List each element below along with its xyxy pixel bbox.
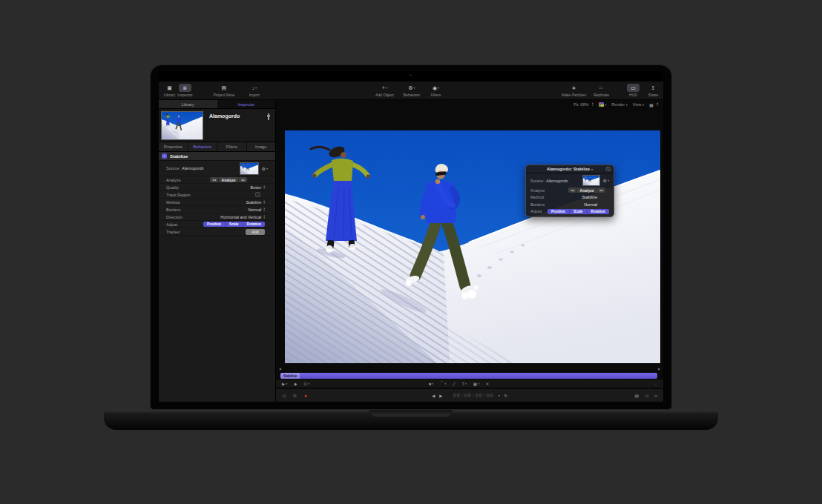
adjust-scale-segment[interactable]: Scale [226,222,243,227]
previous-frame-button[interactable]: ◀ [432,394,435,398]
adjust-position-segment[interactable]: Position [203,222,226,227]
library-button[interactable]: ▣ Library [163,84,176,97]
tab-properties[interactable]: Properties [159,142,188,151]
resize-handle[interactable]: ⋱ [654,382,657,386]
stepper-icon: ▴▾ [263,215,265,219]
snapshot-button[interactable]: ⊙ [293,393,297,398]
tracker-add-button[interactable]: Add [246,229,265,235]
mute-button[interactable]: ◁ [282,393,286,398]
borders-popup[interactable]: Normal▴▾ [249,208,266,212]
hud-method-value[interactable]: Stabilize [582,195,597,199]
view-menu[interactable]: View▾ [633,102,644,107]
source-options[interactable]: ⚙ ▾ [262,166,268,171]
adjust-scale-segment[interactable]: Scale [570,209,588,214]
rectangle-tool[interactable]: ■▾ [429,382,433,386]
timecode-display[interactable]: 00:00:00:00 [453,392,493,399]
stabilize-enabled-checkbox[interactable]: ✓ [162,153,167,159]
inspector-button[interactable]: ≣ Inspector [177,84,193,97]
bezier-tool[interactable]: ⌒▾ [440,381,446,386]
direction-popup[interactable]: Horizontal and Vertical▴▾ [220,215,265,219]
adjust-rotation-segment[interactable]: Rotation [243,222,265,227]
line-tool[interactable]: ╱ [453,382,455,386]
tab-inspector[interactable]: Inspector [217,100,276,108]
hud-method-label: Method [530,195,582,199]
desktop-background: ▣ Library ≣ Inspector ▤ Project Pane ↓▾ … [0,0,822,504]
behaviors-button[interactable]: ⚙▾ Behaviors [404,84,420,97]
analyze-button[interactable]: Analyze [218,177,240,182]
sidebar: Library Inspector Alamogordo Properties … [159,100,276,402]
mini-timeline-ruler[interactable]: ◀ ▶ [279,366,660,371]
gear-icon: ⚙ [262,166,266,171]
hud-source-options[interactable]: ⚙ ▾ [603,178,609,183]
transport-right-group: ▤ ◁ ∞ [634,389,657,402]
gear-icon: ⚙ [603,178,607,183]
show-timeline-button[interactable]: ▤ [634,393,639,398]
hud-panel[interactable]: Alamogordo: Stabilize ▾ ⓘ Source: Alamog… [525,165,614,217]
adjust-position-segment[interactable]: Position [548,209,570,214]
add-object-button[interactable]: +▾ Add Object [375,84,394,97]
track-region-checkbox[interactable] [255,192,260,197]
tools-shape-group: ■▾ ⌒▾ ╱ T▾ ▣▾ ✕ [429,379,489,388]
borders-row: Borders Normal▴▾ [159,206,275,213]
share-label: Share [648,93,658,97]
source-thumbnail[interactable] [240,162,259,175]
app-toolbar: ▣ Library ≣ Inspector ▤ Project Pane ↓▾ … [159,82,663,100]
behavior-tool[interactable]: ⊙▾ [303,382,309,386]
show-keyframes-button[interactable]: ∞ [654,394,657,398]
pin-icon[interactable] [266,113,271,120]
cut-tool[interactable]: ✕ [486,382,490,386]
tab-library[interactable]: Library [159,100,217,108]
keyframe-tool[interactable]: ◆ [294,382,297,386]
fit-zoom-control[interactable]: Fit: 68%▴▾ [573,102,593,107]
chevron-down-icon: ▾ [432,382,433,385]
hud-borders-value[interactable]: Normal [584,202,597,207]
tab-image[interactable]: Image [247,142,276,151]
hud-icon: ▭ [631,85,636,91]
analyze-button[interactable]: Analyze [576,188,598,193]
chevron-down-icon: ▾ [465,382,467,385]
project-thumbnail[interactable] [161,111,203,140]
analyze-forward-button[interactable]: ▶▶ [597,188,605,193]
tab-behaviors[interactable]: Behaviors [188,142,218,151]
keyframe-icon: ◆ [294,382,297,386]
analyze-forward-button[interactable]: ▶▶ [239,177,247,182]
tracker-row: Tracker Add [159,228,275,236]
render-menu[interactable]: Render▾ [611,102,628,107]
stabilize-timeline-bar[interactable]: Stabilize [280,373,657,379]
record-button[interactable]: ● [304,393,307,398]
loop-button[interactable]: ↻ [504,394,508,398]
import-button[interactable]: ↓▾ Import [248,84,260,97]
behavior-header: ✓ Stabilize [159,152,275,161]
share-button[interactable]: ↥ Share [647,84,660,97]
layout-control[interactable]: ▦▴▾ [649,102,658,107]
hud-label: HUD [629,93,637,97]
hud-titlebar[interactable]: Alamogordo: Stabilize ▾ ⓘ [526,165,614,173]
adjust-rotation-segment[interactable]: Rotation [588,209,609,214]
row-label: Adjust [166,222,203,227]
text-tool[interactable]: T▾ [462,382,467,386]
play-button[interactable]: ▶ [439,394,442,398]
filters-button[interactable]: ◉▾ Filters [430,84,442,97]
hud-source-thumbnail[interactable] [582,175,600,186]
scroll-right-icon[interactable]: ▶ [658,367,660,371]
scroll-left-icon[interactable]: ◀ [279,367,281,371]
select-tool[interactable]: ▶▾ [282,382,287,386]
motion-app-window: ▣ Library ≣ Inspector ▤ Project Pane ↓▾ … [159,71,663,402]
replicate-button[interactable]: ∷ Replicate [594,84,609,97]
dune-photo-thumbnail [240,163,258,174]
hud-button[interactable]: ▭ HUD [627,84,639,97]
method-popup[interactable]: Stabilize▴▾ [246,200,265,205]
project-pane-icon: ▤ [222,85,227,91]
channels-control[interactable]: ▾ [599,102,607,107]
info-icon[interactable]: ⓘ [606,166,611,173]
mask-tool[interactable]: ▣▾ [473,382,479,386]
color-channels-icon [599,102,604,107]
analyze-backward-button[interactable]: ◀◀ [210,177,218,182]
make-particles-button[interactable]: ∗ Make Particles [562,84,586,97]
analyze-row: Analyze ◀◀ Analyze ▶▶ [159,176,275,184]
show-audio-button[interactable]: ◁ [645,393,648,398]
quality-popup[interactable]: Better▴▾ [251,185,265,190]
analyze-backward-button[interactable]: ◀◀ [568,188,576,193]
project-pane-button[interactable]: ▤ Project Pane [214,84,235,97]
tab-filters[interactable]: Filters [217,142,247,151]
